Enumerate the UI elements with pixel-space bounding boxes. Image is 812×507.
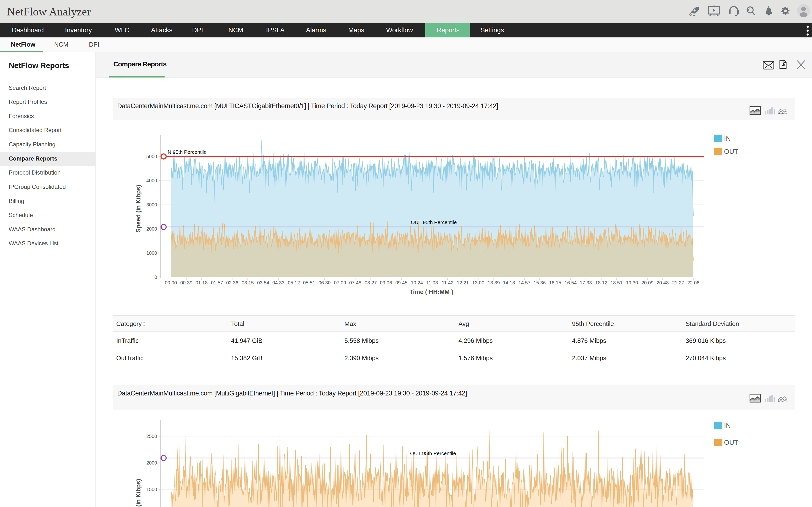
svg-text:1500: 1500 <box>146 487 157 492</box>
svg-text:05:51: 05:51 <box>303 280 315 285</box>
svg-text:07:09: 07:09 <box>334 280 346 285</box>
svg-text:08:27: 08:27 <box>365 280 377 285</box>
svg-text:2000: 2000 <box>146 460 157 465</box>
svg-text:Speed (in Kibps): Speed (in Kibps) <box>135 185 142 232</box>
svg-text:04:33: 04:33 <box>272 280 285 285</box>
svg-text:03:54: 03:54 <box>257 280 269 285</box>
svg-text:IN: IN <box>724 135 731 142</box>
svg-text:16:54: 16:54 <box>564 280 576 285</box>
svg-text:4000: 4000 <box>146 178 157 183</box>
svg-text:14:18: 14:18 <box>503 280 515 285</box>
svg-text:09:06: 09:06 <box>380 280 392 285</box>
svg-text:13:00: 13:00 <box>472 280 484 285</box>
svg-text:18:51: 18:51 <box>610 280 622 285</box>
svg-text:13:39: 13:39 <box>488 280 500 285</box>
svg-text:00:39: 00:39 <box>180 280 192 285</box>
svg-text:17:33: 17:33 <box>580 280 592 285</box>
svg-text:Speed (in Kibps): Speed (in Kibps) <box>135 479 142 507</box>
svg-text:15:36: 15:36 <box>534 280 546 285</box>
svg-text:00:00: 00:00 <box>165 280 177 285</box>
svg-text:20:48: 20:48 <box>657 280 669 285</box>
svg-text:01:57: 01:57 <box>211 280 223 285</box>
svg-text:22:06: 22:06 <box>687 280 699 285</box>
svg-text:2500: 2500 <box>146 434 157 439</box>
svg-text:Time ( HH:MM ): Time ( HH:MM ) <box>409 288 453 295</box>
svg-text:IN: IN <box>724 422 731 429</box>
svg-text:16:15: 16:15 <box>549 280 561 285</box>
svg-text:19:30: 19:30 <box>626 280 638 285</box>
svg-text:1000: 1000 <box>146 250 157 256</box>
svg-text:IN 95th Percentile: IN 95th Percentile <box>166 149 207 155</box>
svg-text:21:27: 21:27 <box>672 280 684 285</box>
svg-text:10:24: 10:24 <box>411 280 423 285</box>
svg-text:OUT 95th Percentile: OUT 95th Percentile <box>410 451 456 456</box>
svg-text:OUT 95th Percentile: OUT 95th Percentile <box>411 219 457 225</box>
svg-text:11:42: 11:42 <box>442 280 454 285</box>
svg-text:OUT: OUT <box>724 148 738 155</box>
svg-text:3000: 3000 <box>146 202 157 207</box>
svg-text:11:03: 11:03 <box>426 280 438 285</box>
svg-text:03:15: 03:15 <box>242 280 254 285</box>
svg-text:20:09: 20:09 <box>642 280 654 285</box>
svg-text:07:48: 07:48 <box>349 280 361 285</box>
svg-text:5000: 5000 <box>146 154 157 159</box>
svg-text:01:18: 01:18 <box>196 280 208 285</box>
svg-text:14:57: 14:57 <box>518 280 530 285</box>
svg-text:12:21: 12:21 <box>457 280 469 285</box>
svg-text:18:12: 18:12 <box>595 280 607 285</box>
svg-text:09:45: 09:45 <box>395 280 407 285</box>
svg-text:2000: 2000 <box>146 226 157 231</box>
svg-text:OUT: OUT <box>724 439 738 446</box>
svg-text:06:30: 06:30 <box>318 280 331 285</box>
svg-text:05:12: 05:12 <box>288 280 300 285</box>
svg-text:02:36: 02:36 <box>226 280 238 285</box>
svg-text:0: 0 <box>154 275 157 280</box>
